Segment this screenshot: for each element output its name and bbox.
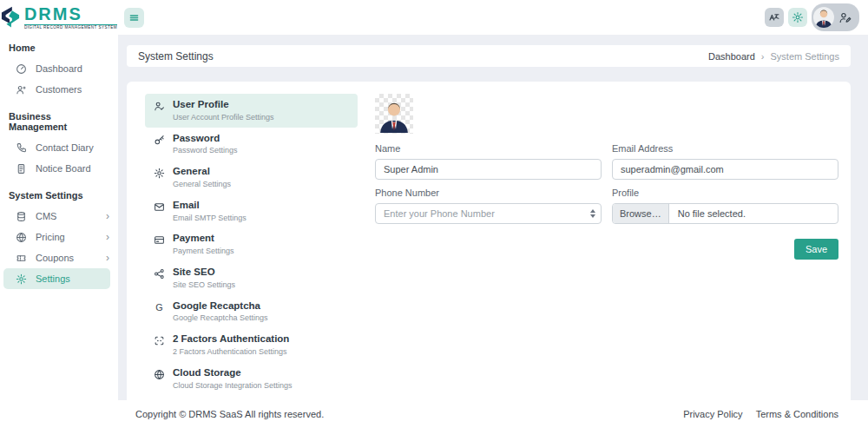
profile-file-input[interactable]: Browse… No file selected. [612,203,838,224]
translate-icon [768,11,780,23]
brand-logo-icon [1,6,20,30]
sidebar-item-notice-board[interactable]: Notice Board [0,158,118,179]
user-check-icon [154,101,165,112]
settings-menu-item-title: Password [173,133,238,145]
settings-menu-item-title: 2 Factors Authentication [173,333,289,346]
sidebar-item-label: Customers [36,84,82,95]
browse-button[interactable]: Browse… [613,204,669,223]
settings-menu-item-title: Google Recaptcha [173,300,268,313]
breadcrumb: Dashboard›System Settings [708,51,839,62]
chevron-right-icon: › [106,253,109,263]
sidebar-section-title: Home [0,36,118,58]
name-input[interactable] [375,159,602,180]
key-icon [154,135,165,146]
brand-logo[interactable]: DRMS DIGITAL RECORD MANAGEMENT SYSTEM [0,5,118,30]
breadcrumb-bar: System Settings Dashboard›System Setting… [127,45,851,67]
settings-menu-item-general[interactable]: GeneralGeneral Settings [145,161,358,194]
brand-tagline: DIGITAL RECORD MANAGEMENT SYSTEM [24,24,117,30]
settings-card: User ProfileUser Account Profile Setting… [127,82,851,400]
number-stepper[interactable] [590,209,595,218]
settings-menu-item-subtitle: Payment Settings [173,247,234,256]
menu-toggle-button[interactable] [124,8,144,28]
footer: Copyright © DRMS SaaS All rights reserve… [0,400,868,428]
sidebar: HomeDashboardCustomersBusiness Managemen… [0,35,118,400]
settings-menu-item-subtitle: 2 Factors Authentication Settings [173,347,289,357]
email-label: Email Address [612,143,838,154]
chevron-right-icon: › [106,211,109,221]
settings-menu: User ProfileUser Account Profile Setting… [145,94,358,395]
translate-button[interactable] [765,8,784,27]
gletter-icon [154,302,165,313]
breadcrumb-separator-icon: › [761,51,765,62]
sidebar-section-business-management: Business ManagementContact DiaryNotice B… [0,105,118,179]
hamburger-icon [128,11,141,24]
share-icon [154,268,165,280]
profile-image [375,94,413,134]
page-title: System Settings [138,50,214,63]
footer-link-privacy-policy[interactable]: Privacy Policy [683,409,742,419]
sidebar-section-title: Business Management [0,105,118,137]
settings-menu-item-title: Email [173,200,247,212]
settings-menu-item-2-factors-authentication[interactable]: 2 Factors Authentication2 Factors Authen… [145,328,358,362]
sidebar-item-settings[interactable]: Settings [3,268,110,289]
breadcrumb-dashboard[interactable]: Dashboard [708,51,755,62]
footer-link-terms-conditions[interactable]: Terms & Conditions [756,409,838,419]
email-input[interactable] [612,159,838,180]
topbar-actions [765,3,868,31]
gear-icon [154,168,165,179]
top-bar: DRMS DIGITAL RECORD MANAGEMENT SYSTEM [0,0,868,35]
sidebar-item-label: CMS [36,211,56,221]
settings-menu-item-subtitle: Cloud Storage Integration Settings [173,381,293,391]
sidebar-item-label: Settings [36,273,70,284]
file-status-text: No file selected. [669,204,754,223]
avatar-icon [813,7,834,28]
settings-menu-item-payment[interactable]: PaymentPayment Settings [145,227,358,261]
sidebar-item-pricing[interactable]: Pricing› [0,227,118,247]
phone-field-group: Phone Number [375,188,602,224]
sidebar-item-label: Pricing [36,232,65,242]
user-menu[interactable] [812,3,859,31]
globe-icon [154,369,165,380]
gear-icon [792,11,804,23]
sidebar-item-customers[interactable]: Customers [0,79,118,100]
settings-menu-item-email[interactable]: EmailEmail SMTP Settings [145,194,358,228]
save-button[interactable]: Save [794,239,838,260]
phone-input[interactable] [375,203,602,224]
sidebar-item-label: Contact Diary [36,142,94,153]
profile-label: Profile [612,188,838,198]
gear-icon [16,273,27,285]
settings-menu-item-cloud-storage[interactable]: Cloud StorageCloud Storage Integration S… [145,362,358,396]
sidebar-section-title: System Settings [0,184,118,206]
chevron-right-icon: › [106,232,109,242]
user-plus-icon [16,84,27,95]
settings-menu-item-site-seo[interactable]: Site SEOSite SEO Settings [145,261,358,295]
clipboard-icon [16,163,27,174]
name-field-group: Name [375,143,602,180]
dashboard-icon [16,63,27,75]
sidebar-item-label: Coupons [36,253,74,263]
settings-menu-item-password[interactable]: PasswordPassword Settings [145,128,358,161]
sidebar-section-system-settings: System SettingsCMS›Pricing›Coupons›Setti… [0,184,118,289]
profile-field-group: Profile Browse… No file selected. [612,188,838,224]
sidebar-item-coupons[interactable]: Coupons› [0,247,118,268]
settings-menu-item-subtitle: Google Recaptcha Settings [173,313,268,323]
settings-menu-item-title: Cloud Storage [173,367,293,379]
sidebar-item-cms[interactable]: CMS› [0,206,118,227]
name-label: Name [375,143,602,154]
email-field-group: Email Address [612,143,838,180]
settings-menu-item-user-profile[interactable]: User ProfileUser Account Profile Setting… [145,94,358,128]
sidebar-item-dashboard[interactable]: Dashboard [0,58,118,79]
settings-menu-item-subtitle: General Settings [173,180,231,189]
user-edit-icon [838,11,852,24]
settings-menu-item-title: Payment [173,233,234,245]
profile-avatar-icon [377,97,411,134]
breadcrumb-system-settings: System Settings [771,51,839,62]
card-icon [154,234,165,246]
sidebar-item-contact-diary[interactable]: Contact Diary [0,137,118,158]
main-content: System Settings Dashboard›System Setting… [118,35,868,400]
scan-icon [154,335,165,346]
settings-menu-item-google-recaptcha[interactable]: Google RecaptchaGoogle Recaptcha Setting… [145,295,358,329]
mail-icon [154,201,165,213]
settings-button[interactable] [788,8,807,27]
settings-menu-item-title: General [173,166,231,178]
